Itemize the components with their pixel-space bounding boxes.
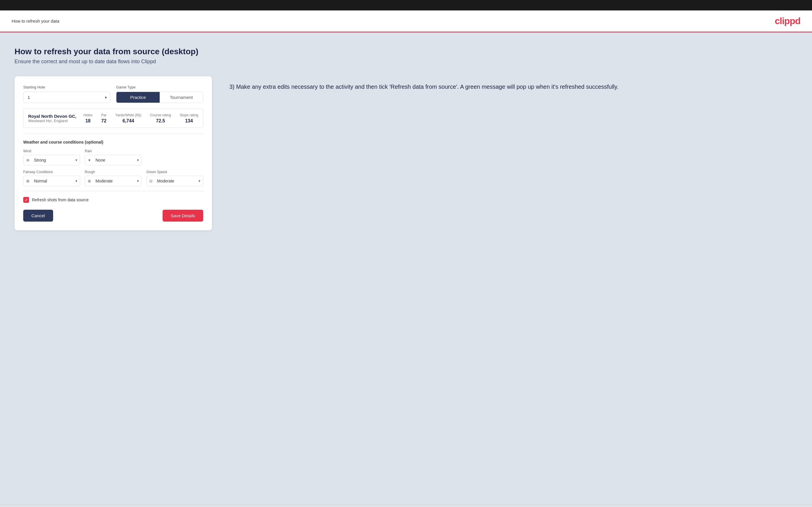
- breadcrumb: How to refresh your data: [12, 18, 59, 23]
- fairway-select-wrapper: ⊕ Normal: [23, 176, 80, 186]
- fairway-group: Fairway Conditions ⊕ Normal: [23, 170, 80, 186]
- description-panel: 3) Make any extra edits necessary to the…: [230, 76, 798, 91]
- description-text: 3) Make any extra edits necessary to the…: [230, 82, 798, 91]
- tournament-button[interactable]: Tournament: [160, 92, 203, 103]
- wind-select-wrapper: ≋ Strong: [23, 155, 80, 165]
- logo: clippd: [775, 16, 800, 26]
- holes-stat: Holes 18: [84, 113, 93, 123]
- top-bar: [0, 0, 812, 10]
- yards-value: 6,744: [115, 118, 141, 123]
- form-actions: Cancel Save Details: [23, 210, 203, 222]
- divider-2: [23, 191, 203, 191]
- course-header: Royal North Devon GC, Westward Ho!, Engl…: [28, 113, 198, 123]
- main-content: How to refresh your data from source (de…: [0, 33, 812, 505]
- wind-icon: ≋: [26, 158, 30, 162]
- wind-group: Wind ≋ Strong: [23, 149, 80, 165]
- cancel-button[interactable]: Cancel: [23, 210, 53, 222]
- starting-hole-select[interactable]: 1: [23, 92, 110, 103]
- save-button[interactable]: Save Details: [163, 210, 203, 222]
- game-type-label: Game Type: [116, 85, 203, 89]
- course-stats: Holes 18 Par 72 Yards/White (M)) 6,744: [84, 113, 198, 123]
- holes-value: 18: [84, 118, 93, 123]
- par-value: 72: [101, 118, 107, 123]
- conditions-row-1: Wind ≋ Strong Rain ✦ None: [23, 149, 203, 165]
- content-area: Starting Hole 1 Game Type Practice Tourn…: [14, 76, 798, 230]
- course-location: Westward Ho!, England: [28, 119, 77, 123]
- rough-select[interactable]: Moderate: [85, 176, 142, 186]
- refresh-checkbox[interactable]: [23, 197, 29, 203]
- starting-hole-label: Starting Hole: [23, 85, 110, 89]
- slope-rating-value: 134: [180, 118, 198, 123]
- rough-select-wrapper: ⊕ Moderate: [85, 176, 142, 186]
- course-rating-value: 72.5: [150, 118, 171, 123]
- rain-select-wrapper: ✦ None: [85, 155, 142, 165]
- fairway-select[interactable]: Normal: [23, 176, 80, 186]
- green-speed-label: Green Speed: [146, 170, 203, 174]
- fairway-icon: ⊕: [26, 179, 30, 183]
- starting-hole-select-wrapper: 1: [23, 92, 110, 103]
- green-speed-icon: ⊙: [149, 179, 153, 183]
- yards-stat: Yards/White (M)) 6,744: [115, 113, 141, 123]
- course-rating-stat: Course rating 72.5: [150, 113, 171, 123]
- page-subtitle: Ensure the correct and most up to date d…: [14, 59, 798, 65]
- yards-label: Yards/White (M)): [115, 113, 141, 117]
- fairway-label: Fairway Conditions: [23, 170, 80, 174]
- course-name-location: Royal North Devon GC, Westward Ho!, Engl…: [28, 114, 77, 123]
- game-type-buttons: Practice Tournament: [116, 92, 203, 103]
- conditions-row-2: Fairway Conditions ⊕ Normal Rough ⊕ Mode…: [23, 170, 203, 186]
- divider: [23, 134, 203, 134]
- rain-select[interactable]: None: [85, 155, 142, 165]
- refresh-checkbox-row: Refresh shots from data source: [23, 197, 203, 203]
- refresh-label: Refresh shots from data source: [32, 198, 89, 202]
- form-row-game-type: Starting Hole 1 Game Type Practice Tourn…: [23, 85, 203, 103]
- course-name: Royal North Devon GC,: [28, 114, 77, 119]
- rain-group: Rain ✦ None: [85, 149, 142, 165]
- form-panel: Starting Hole 1 Game Type Practice Tourn…: [14, 76, 212, 230]
- par-stat: Par 72: [101, 113, 107, 123]
- game-type-group: Game Type Practice Tournament: [116, 85, 203, 103]
- practice-button[interactable]: Practice: [116, 92, 160, 103]
- holes-label: Holes: [84, 113, 93, 117]
- course-info: Royal North Devon GC, Westward Ho!, Engl…: [23, 109, 203, 128]
- green-speed-group: Green Speed ⊙ Moderate: [146, 170, 203, 186]
- rough-icon: ⊕: [88, 179, 91, 183]
- header: How to refresh your data clippd: [0, 10, 812, 33]
- conditions-title: Weather and course conditions (optional): [23, 140, 203, 145]
- course-rating-label: Course rating: [150, 113, 171, 117]
- wind-label: Wind: [23, 149, 80, 153]
- rough-label: Rough: [85, 170, 142, 174]
- page-title: How to refresh your data from source (de…: [14, 47, 798, 56]
- slope-rating-label: Slope rating: [180, 113, 198, 117]
- rain-label: Rain: [85, 149, 142, 153]
- slope-rating-stat: Slope rating 134: [180, 113, 198, 123]
- wind-select[interactable]: Strong: [23, 155, 80, 165]
- footer: Copyright Clippd 2022: [0, 505, 812, 507]
- starting-hole-group: Starting Hole 1: [23, 85, 110, 103]
- green-speed-select[interactable]: Moderate: [146, 176, 203, 186]
- green-speed-select-wrapper: ⊙ Moderate: [146, 176, 203, 186]
- rain-icon: ✦: [88, 158, 91, 162]
- rough-group: Rough ⊕ Moderate: [85, 170, 142, 186]
- par-label: Par: [101, 113, 107, 117]
